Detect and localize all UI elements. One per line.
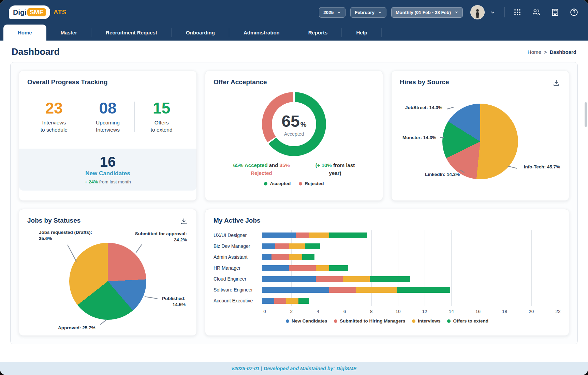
offer-summary-delta: (+ 10% from last year) [310, 162, 360, 177]
bar-segment [262, 243, 275, 249]
download-icon[interactable] [552, 78, 561, 88]
logo-sme: SME [27, 8, 46, 16]
stat-label: Offers to extend [135, 119, 188, 134]
legend-item: Rejected [299, 181, 324, 186]
bar-track [262, 276, 558, 282]
bar-category-label: UX/UI Designer [214, 232, 262, 238]
bar-segment [274, 298, 286, 304]
jobs-by-statuses-pie [69, 243, 146, 320]
bar-segment [296, 232, 309, 238]
x-axis-tick: 6 [343, 309, 346, 314]
active-jobs-bar-chart: UX/UI DesignerBiz Dev ManagerAdmin Assis… [214, 230, 561, 324]
bar-segment [275, 243, 289, 249]
page-header: Dashboard Home > Dashboard [0, 41, 588, 62]
brand-logo[interactable]: Digi SME ATS [9, 5, 67, 19]
header-divider [504, 7, 504, 17]
delta-note: from last month [99, 179, 131, 184]
pie-callout-infotech: Info-Tech: 45.7% [524, 164, 560, 170]
pie-callout-approved: Approved: 25.7% [58, 325, 95, 331]
card-jobs-by-statuses: Jobs by Statuses Jobs requested (Drafts)… [19, 209, 197, 336]
top-bar-actions: 2025 February Monthly (01 Feb - 28 Feb) [319, 5, 579, 19]
legend-label: Offers to extend [453, 318, 488, 324]
year-select[interactable]: 2025 [319, 7, 346, 18]
legend-dot [447, 319, 451, 323]
apps-grid-icon[interactable] [513, 7, 522, 17]
logo-digi: Digi [13, 8, 27, 16]
x-axis-tick: 8 [370, 309, 373, 314]
organization-icon[interactable] [550, 7, 560, 17]
legend-label: Interviews [418, 318, 440, 324]
period-select-value: Monthly (01 Feb - 28 Feb) [396, 10, 451, 15]
bar-segment [298, 298, 309, 304]
stat-value: 08 [81, 100, 135, 116]
month-select[interactable]: February [350, 7, 386, 18]
stat-upcoming-interviews: 08 Upcoming Interviews [81, 100, 135, 134]
breadcrumb-separator: > [544, 49, 547, 55]
breadcrumb-current: Dashboard [550, 49, 576, 55]
bar-segment [343, 276, 370, 282]
stat-value: 15 [135, 100, 188, 116]
new-candidates-label: New Candidates [23, 170, 193, 177]
cards-container: Overall Progress Tracking 23 Interviews … [10, 62, 578, 344]
tab-help[interactable]: Help [342, 25, 382, 41]
bar-track [262, 298, 558, 304]
callout-line [135, 244, 142, 253]
bar-row: Cloud Engineer [214, 273, 561, 284]
bar-category-label: Software Engineer [214, 287, 262, 292]
bar-chart-rows: UX/UI DesignerBiz Dev ManagerAdmin Assis… [214, 230, 561, 306]
legend-item: Accepted [264, 181, 291, 186]
card-title: Overall Progress Tracking [27, 78, 188, 86]
stat-label: Interviews to schedule [27, 119, 81, 134]
bar-segment [316, 276, 343, 282]
bar-segment [262, 232, 296, 238]
card-title: My Active Jobs [214, 217, 561, 224]
bar-segment [262, 265, 289, 271]
stat-label-line2: to extend [151, 127, 173, 133]
scrollbar-thumb[interactable] [585, 102, 587, 127]
help-icon[interactable] [569, 7, 579, 17]
bar-segment [286, 298, 298, 304]
bar-track [262, 265, 558, 271]
download-icon[interactable] [179, 217, 188, 227]
pie-callout-jobstreet: JobStreet: 14.3% [405, 105, 442, 111]
tab-reports[interactable]: Reports [294, 25, 342, 41]
period-select[interactable]: Monthly (01 Feb - 28 Feb) [391, 7, 463, 18]
logo-ats: ATS [54, 9, 67, 16]
profile-menu-chevron[interactable] [489, 9, 496, 16]
team-icon[interactable] [531, 7, 541, 17]
tab-master[interactable]: Master [46, 25, 91, 41]
new-candidates-panel: 16 New Candidates + 24% from last month [19, 149, 196, 191]
callout-line1: Jobs requested (Drafts): [39, 230, 92, 235]
bar-row: HR Manager [214, 262, 561, 273]
tab-recruitment-request[interactable]: Recruitment Request [91, 25, 172, 41]
bar-segment [316, 265, 329, 271]
bar-track [262, 254, 558, 260]
x-axis-tick: 14 [449, 309, 454, 314]
callout-line [508, 166, 517, 168]
person-silhouette-icon [472, 7, 483, 19]
breadcrumb-home[interactable]: Home [528, 49, 541, 55]
bar-segment [262, 254, 271, 260]
tab-onboarding[interactable]: Onboarding [172, 25, 229, 41]
bar-segment [305, 243, 320, 249]
legend-label: Rejected [305, 181, 324, 186]
bar-row: Software Engineer [214, 284, 561, 295]
legend-label: Submitted to Hiring Managers [340, 318, 405, 324]
pie-callout-submitted: Submitted for approval: 24.2% [135, 231, 187, 243]
bar-track [262, 232, 558, 238]
donut-center-unit: % [300, 121, 307, 129]
stat-label: Upcoming Interviews [81, 119, 135, 134]
main-nav: Home Master Recruitment Request Onboardi… [0, 25, 588, 41]
progress-stats: 23 Interviews to schedule 08 Upcoming [27, 100, 188, 134]
bar-segment [271, 254, 289, 260]
page-title: Dashboard [12, 47, 60, 57]
year-select-value: 2025 [323, 10, 334, 15]
bar-row: UX/UI Designer [214, 230, 561, 241]
tab-home[interactable]: Home [3, 25, 46, 41]
legend-label: Accepted [270, 181, 291, 186]
avatar[interactable] [470, 5, 485, 19]
tab-administration[interactable]: Administration [229, 25, 294, 41]
bar-row: Biz Dev Manager [214, 241, 561, 252]
offer-acceptance-donut: 65 % Accepted [262, 92, 326, 156]
bar-track [262, 287, 558, 293]
